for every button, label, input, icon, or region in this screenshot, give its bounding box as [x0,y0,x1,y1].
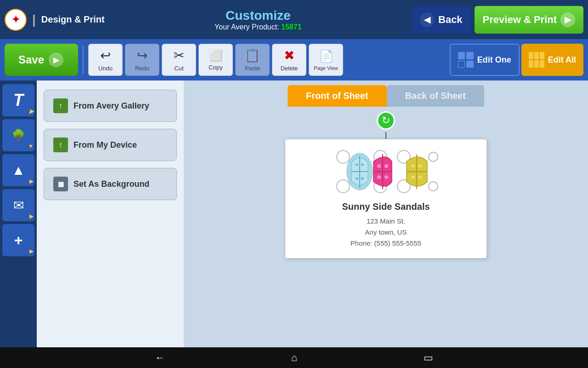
svg-point-23 [412,176,415,179]
edit-all-button[interactable]: Edit All [521,44,583,76]
page-view-button[interactable]: 📄 Page View [309,44,343,76]
save-button[interactable]: Save ▶ [5,44,78,76]
address-line2: Any town, US [342,227,430,238]
nav-recent-icon[interactable]: ▭ [424,352,433,364]
tab-front-of-sheet[interactable]: Front of Sheet [288,85,387,107]
from-device-icon: ↑ [53,138,68,152]
copy-icon: ⬜ [209,49,223,62]
page-title: Customize [109,8,407,23]
tab-back-of-sheet[interactable]: Back of Sheet [387,85,484,107]
svg-point-25 [429,152,438,161]
main-content: T ▶ 🌳 ▼ ▲ ▶ ✉ ▶ + ▶ ↑ From Avery Gallery [0,80,588,347]
avery-logo-icon: ✦ [5,9,27,31]
from-gallery-label: From Avery Gallery [74,101,149,111]
svg-point-7 [356,177,358,180]
edit-all-grid-icon [529,52,544,68]
svg-point-14 [384,164,388,168]
nav-bar: ← ⌂ ▭ [0,347,588,368]
header-right: ◀ Back Preview & Print ▶ [412,6,583,34]
paste-icon: 📋 [244,48,260,63]
undo-button[interactable]: ↩ Undo [88,44,123,76]
set-background-icon: ▦ [53,177,68,191]
delete-icon: ✖ [284,48,294,63]
business-name: Sunny Side Sandals [342,201,430,212]
set-background-label: Set As Background [74,179,149,189]
cut-label: Cut [174,65,183,72]
undo-label: Undo [98,65,113,72]
sidebar-mail-icon: ✉ [13,198,24,213]
svg-point-22 [419,165,422,168]
back-arrow-icon: ◀ [420,12,435,27]
toolbar: Save ▶ ↩ Undo ↪ Redo ✂ Cut ⬜ Copy 📋 Past… [0,39,588,80]
sidebar-mail-dropdown-icon: ▶ [29,213,34,219]
undo-icon: ↩ [100,48,111,63]
save-label: Save [18,53,44,66]
preview-print-arrow-icon: ▶ [560,12,575,27]
svg-point-6 [361,163,364,166]
sidebar-shape-button[interactable]: ▲ ▶ [2,154,34,186]
logo-text: Design & Print [41,14,105,25]
sidebar-add-icon: + [14,232,23,249]
set-background-button[interactable]: ▦ Set As Background [44,168,177,200]
header-center: Customize Your Avery Product: 15871 [109,8,407,31]
svg-point-5 [356,163,358,166]
header: ✦ | Design & Print Customize Your Avery … [0,0,588,39]
business-details: 123 Main St. Any town, US Phone: (555) 5… [342,216,430,249]
phone: Phone: (555) 555-5555 [342,238,430,249]
nav-home-icon[interactable]: ⌂ [291,352,297,364]
from-gallery-button[interactable]: ↑ From Avery Gallery [44,90,177,122]
svg-point-8 [361,177,364,180]
image-panel: ↑ From Avery Gallery ↑ From My Device ▦ … [37,80,184,347]
svg-point-16 [384,175,388,179]
from-gallery-icon: ↑ [53,98,68,113]
toolbar-separator [83,46,84,74]
back-button[interactable]: ◀ Back [412,6,471,34]
sidebar-shape-dropdown-icon: ▶ [29,178,34,184]
edit-one-button[interactable]: Edit One [450,44,520,76]
back-label: Back [438,14,463,26]
cut-button[interactable]: ✂ Cut [162,44,196,76]
product-label: Your Avery Product: [215,23,279,31]
sidebar-text-button[interactable]: T ▶ [2,84,34,116]
svg-point-13 [377,164,381,168]
svg-point-26 [429,182,438,191]
card-text-area: Sunny Side Sandals 123 Main St. Any town… [342,201,430,249]
save-play-icon: ▶ [49,52,63,67]
rotate-handle[interactable]: ↻ [377,111,395,130]
paste-label: Paste [245,65,260,72]
product-line: Your Avery Product: 15871 [109,23,407,31]
tab-front-label: Front of Sheet [306,91,368,101]
copy-button[interactable]: ⬜ Copy [198,44,233,76]
page-view-label: Page View [314,65,338,71]
logo-area: ✦ | Design & Print [5,9,105,31]
canvas-container: ↻ [285,111,487,259]
nav-back-icon[interactable]: ← [155,352,165,364]
edit-one-label: Edit One [477,55,511,65]
preview-print-label: Preview & Print [483,14,557,26]
delete-label: Delete [281,65,298,72]
sidebar-add-button[interactable]: + ▶ [2,224,34,256]
tab-back-label: Back of Sheet [405,91,466,101]
flip-flop-illustration [333,149,439,195]
sidebar-image-button[interactable]: 🌳 ▼ [2,119,34,151]
sidebar-add-dropdown-icon: ▶ [29,248,34,254]
edit-one-grid-icon [458,52,474,68]
svg-point-24 [419,176,422,179]
sidebar: T ▶ 🌳 ▼ ▲ ▶ ✉ ▶ + ▶ [0,80,37,347]
product-number: 15871 [281,23,302,31]
sidebar-image-dropdown-icon: ▼ [28,143,34,150]
from-device-button[interactable]: ↑ From My Device [44,129,177,161]
delete-button[interactable]: ✖ Delete [272,44,306,76]
page-view-icon: 📄 [319,49,334,63]
paste-button[interactable]: 📋 Paste [235,44,270,76]
cut-icon: ✂ [174,48,184,63]
edit-all-label: Edit All [548,55,576,65]
sidebar-mail-button[interactable]: ✉ ▶ [2,189,34,221]
label-card: Sunny Side Sandals 123 Main St. Any town… [285,139,487,259]
redo-button[interactable]: ↪ Redo [125,44,159,76]
logo-divider: | [32,12,36,27]
preview-print-button[interactable]: Preview & Print ▶ [475,6,583,34]
sheet-tabs: Front of Sheet Back of Sheet [288,85,484,107]
copy-label: Copy [209,64,222,71]
svg-point-0 [337,150,350,163]
